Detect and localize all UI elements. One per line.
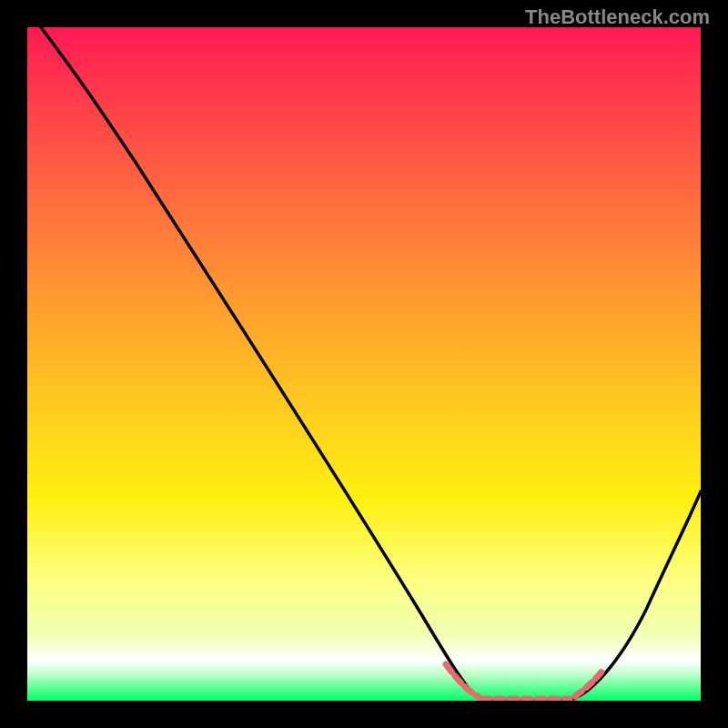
optimal-region-dashes [27, 27, 701, 701]
dash-left [446, 664, 478, 696]
watermark-text: TheBottleneck.com [525, 5, 710, 29]
dash-right [575, 670, 603, 696]
